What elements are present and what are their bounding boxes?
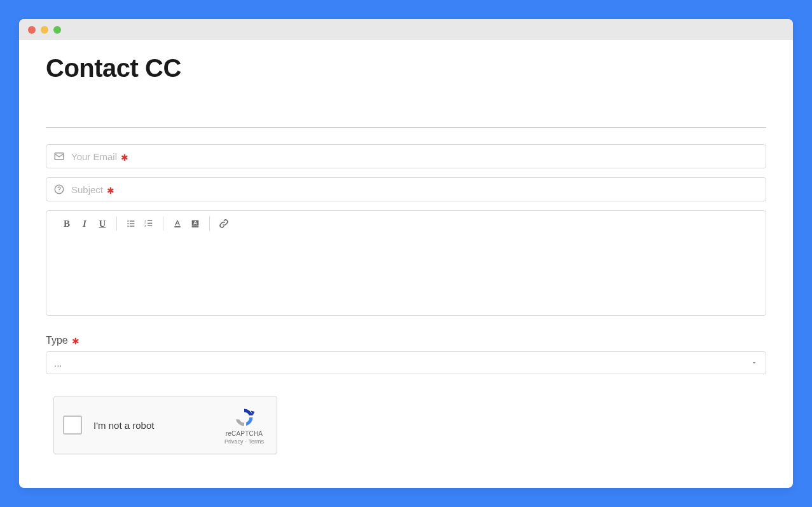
italic-button[interactable]: I [77,216,92,231]
bullet-list-button[interactable] [123,216,139,231]
type-select-wrap: ... [46,351,766,374]
svg-rect-14 [148,226,152,226]
svg-rect-16 [192,220,199,226]
message-body[interactable] [46,236,766,315]
recaptcha-privacy-link[interactable]: Privacy [224,438,244,445]
svg-rect-10 [148,220,152,221]
svg-point-7 [127,226,128,227]
svg-rect-8 [130,226,134,226]
recaptcha-links: Privacy - Terms [224,438,264,445]
page-title: Contact CC [46,54,766,83]
bg-color-button[interactable] [188,216,203,231]
type-selected-value: ... [54,358,62,368]
recaptcha-logo-icon [233,406,256,429]
recaptcha-brand-name: reCAPTCHA [226,430,263,437]
list-group: 1 2 3 [116,217,163,231]
bold-button[interactable]: B [59,216,74,231]
svg-rect-15 [174,226,180,227]
help-icon [53,184,65,195]
email-input[interactable] [46,144,766,168]
window-minimize-button[interactable] [41,26,48,34]
message-editor: B I U 1 2 [46,210,766,316]
link-button[interactable] [216,216,231,231]
underline-button[interactable]: U [95,216,110,231]
email-field-wrap: Your Email ✱ [46,144,766,168]
format-group: B I U [53,217,116,231]
window-maximize-button[interactable] [53,26,61,34]
svg-rect-4 [130,220,134,221]
email-icon [53,151,65,162]
editor-toolbar: B I U 1 2 [46,211,766,236]
link-group [209,217,238,231]
type-select[interactable]: ... [46,351,766,374]
divider [46,127,766,128]
chevron-down-icon [750,358,758,368]
recaptcha-label: I'm not a robot [93,420,221,431]
svg-point-3 [127,220,128,222]
subject-field-wrap: Subject ✱ [46,177,766,201]
svg-point-5 [127,223,128,224]
app-window: Contact CC Your Email ✱ [19,19,793,488]
window-close-button[interactable] [28,26,36,34]
recaptcha-terms-link[interactable]: Terms [248,438,264,445]
recaptcha-widget: I'm not a robot reCAPTCHA Privacy - Term… [53,396,277,454]
svg-text:3: 3 [144,224,146,227]
svg-rect-17 [192,226,199,227]
svg-point-2 [59,191,60,192]
ordered-list-button[interactable]: 1 2 3 [141,216,156,231]
type-label: Type ✱ [46,335,766,346]
subject-input[interactable] [46,177,766,201]
required-star: ✱ [72,336,79,346]
color-group [163,217,209,231]
svg-rect-12 [148,223,152,224]
svg-rect-6 [130,223,134,224]
window-titlebar [19,19,793,40]
recaptcha-checkbox[interactable] [63,416,82,435]
page-content: Contact CC Your Email ✱ [19,40,793,467]
type-label-text: Type [46,335,68,346]
recaptcha-brand: reCAPTCHA Privacy - Terms [221,406,268,445]
text-color-button[interactable] [170,216,185,231]
